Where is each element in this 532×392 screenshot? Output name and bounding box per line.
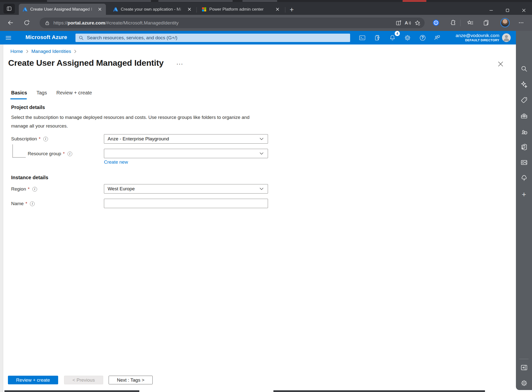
name-input[interactable] <box>104 199 268 208</box>
background-window-fragment <box>47 0 151 2</box>
background-window-fragment <box>273 390 485 392</box>
background-window-fragment <box>4 390 139 392</box>
instance-details-heading: Instance details <box>11 175 48 180</box>
sidebar-shopping-button[interactable] <box>519 95 530 106</box>
review-create-button[interactable]: Review + create <box>8 376 58 384</box>
region-label: Region * i <box>11 186 37 192</box>
refresh-icon <box>23 19 30 26</box>
help-glyph: ? <box>421 36 424 40</box>
tab-basics[interactable]: Basics <box>11 90 27 99</box>
onepassword-extension-button[interactable] <box>431 18 441 28</box>
back-button[interactable] <box>5 18 15 28</box>
extensions-button[interactable] <box>448 18 458 28</box>
outlook-icon <box>520 159 528 166</box>
sidebar-tree-button[interactable] <box>519 173 530 183</box>
next-tags-button[interactable]: Next : Tags > <box>109 376 153 384</box>
feedback-button[interactable] <box>432 32 443 43</box>
browser-profile-avatar[interactable] <box>500 18 510 27</box>
sidebar-search-button[interactable] <box>519 63 530 74</box>
breadcrumb: Home Managed Identities <box>10 49 77 54</box>
info-icon[interactable]: i <box>68 152 72 156</box>
sidebar-games-button[interactable] <box>519 126 530 137</box>
url-text[interactable]: https://portal.azure.com/#create/Microso… <box>53 20 394 26</box>
browser-tab-power-platform[interactable]: Power Platform admin center <box>198 4 284 15</box>
tab-close-icon[interactable] <box>97 6 103 13</box>
chevron-right-icon <box>73 49 77 53</box>
address-bar[interactable]: https://portal.azure.com/#create/Microso… <box>40 18 425 28</box>
workspaces-icon <box>6 6 12 12</box>
azure-search-placeholder: Search resources, services, and docs (G+… <box>87 35 177 41</box>
create-new-link[interactable]: Create new <box>104 159 128 165</box>
region-dropdown[interactable]: West Europe <box>104 184 268 194</box>
collections-button[interactable] <box>481 18 491 28</box>
tab-close-icon[interactable] <box>274 6 281 13</box>
resource-group-label: Resource group * i <box>28 151 72 156</box>
portal-menu-button[interactable] <box>3 32 14 43</box>
add-favorite-button[interactable] <box>413 19 422 27</box>
tab-tags[interactable]: Tags <box>37 90 47 99</box>
browser-settings-menu-button[interactable] <box>516 18 526 28</box>
chevron-down-icon <box>259 136 264 142</box>
breadcrumb-home-link[interactable]: Home <box>10 49 23 54</box>
azure-search-box[interactable]: Search resources, services, and docs (G+… <box>75 34 350 42</box>
account-directory: DEFAULT DIRECTORY <box>456 38 499 42</box>
browser-tab-create-managed-identity[interactable]: Create User Assigned Managed I <box>19 4 106 15</box>
star-add-icon <box>414 20 421 26</box>
sidebar-settings-button[interactable] <box>519 378 530 389</box>
tab-close-icon[interactable] <box>186 6 193 13</box>
background-window-fragment <box>158 0 233 2</box>
sidebar-customize-button[interactable]: + <box>519 189 530 200</box>
bell-icon <box>389 34 396 41</box>
resource-group-dropdown[interactable] <box>104 149 268 158</box>
notifications-button[interactable]: 4 <box>387 32 398 43</box>
breadcrumb-managed-identities-link[interactable]: Managed Identities <box>31 49 71 54</box>
split-screen-button[interactable] <box>394 19 403 27</box>
page-title: Create User Assigned Managed Identity <box>8 58 164 68</box>
split-screen-icon <box>395 20 402 26</box>
browser-tab-strip: Create User Assigned Managed I Create yo… <box>0 2 532 15</box>
directory-filter-button[interactable] <box>372 32 383 43</box>
refresh-button[interactable] <box>22 18 32 28</box>
cloud-shell-button[interactable] <box>357 32 368 43</box>
shopping-tag-icon <box>520 96 528 104</box>
sidebar-tools-button[interactable] <box>519 110 530 121</box>
sidebar-discover-button[interactable] <box>519 79 530 90</box>
azure-brand[interactable]: Microsoft Azure <box>25 34 67 41</box>
previous-button[interactable]: < Previous <box>64 376 103 384</box>
sidebar-toggle-button[interactable] <box>519 362 530 373</box>
read-aloud-button[interactable]: A <box>403 19 413 27</box>
tab-divider <box>285 7 285 13</box>
info-icon[interactable]: i <box>30 201 35 206</box>
wizard-tabs: Basics Tags Review + create <box>11 90 92 99</box>
title-context-menu-icon[interactable]: ... <box>176 59 183 66</box>
browser-toolbar: https://portal.azure.com/#create/Microso… <box>0 15 532 31</box>
desktop-background-strip <box>0 0 532 2</box>
gear-icon <box>404 34 411 41</box>
edge-sidebar: + <box>516 31 532 390</box>
tab-review-create[interactable]: Review + create <box>56 90 92 99</box>
blade-close-button[interactable] <box>496 59 505 69</box>
search-icon <box>520 65 528 72</box>
account-avatar[interactable] <box>502 33 511 42</box>
info-icon[interactable]: i <box>43 137 48 141</box>
portal-settings-button[interactable] <box>402 32 413 43</box>
tree-icon <box>520 174 528 182</box>
sidebar-outlook-button[interactable] <box>519 157 530 168</box>
azure-favicon <box>22 7 28 12</box>
account-info[interactable]: anze@vodovnik.com DEFAULT DIRECTORY <box>456 33 499 42</box>
favorites-button[interactable] <box>465 18 475 28</box>
help-button[interactable]: ? <box>417 32 428 43</box>
sidebar-office-button[interactable] <box>519 142 530 152</box>
info-icon[interactable]: i <box>32 187 37 192</box>
back-icon <box>7 19 14 26</box>
url-scheme: https:// <box>53 20 68 25</box>
new-tab-button[interactable]: + <box>288 5 296 14</box>
tab-workspaces-button[interactable] <box>3 4 15 14</box>
sparkles-icon <box>520 81 528 88</box>
read-aloud-waves-icon <box>409 20 411 26</box>
subscription-dropdown[interactable]: Anze - Enterprise Playground <box>104 134 268 144</box>
games-icon <box>520 128 528 135</box>
browser-tab-create-application[interactable]: Create your own application - Mi <box>109 4 195 15</box>
search-icon <box>78 35 84 41</box>
window-left-gutter <box>0 44 3 392</box>
